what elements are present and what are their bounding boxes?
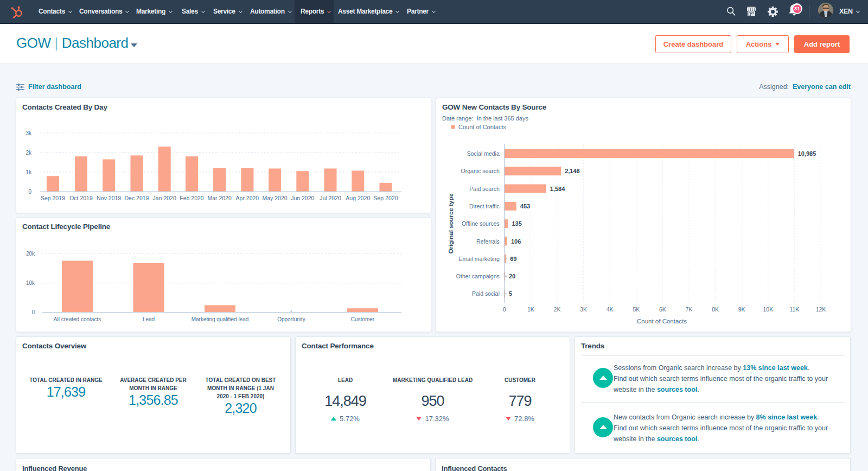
svg-text:Offline sources: Offline sources — [462, 220, 500, 227]
svg-text:2,148: 2,148 — [565, 168, 580, 174]
svg-text:Sep 2019: Sep 2019 — [41, 195, 65, 201]
svg-text:10,985: 10,985 — [798, 150, 816, 157]
svg-text:20k: 20k — [26, 251, 35, 257]
svg-text:Feb 2020: Feb 2020 — [180, 195, 204, 201]
svg-text:Jan 2020: Jan 2020 — [153, 195, 176, 201]
svg-text:Marketing qualified lead: Marketing qualified lead — [192, 316, 249, 322]
svg-text:Customer: Customer — [351, 316, 375, 322]
svg-text:Paid search: Paid search — [469, 186, 500, 192]
svg-text:3k: 3k — [25, 130, 32, 136]
svg-text:20: 20 — [509, 273, 515, 279]
svg-text:4K: 4K — [607, 306, 614, 313]
svg-text:106: 106 — [511, 238, 521, 245]
svg-text:10k: 10k — [26, 280, 35, 286]
svg-text:Mar 2020: Mar 2020 — [207, 195, 232, 201]
svg-text:7K: 7K — [686, 306, 693, 313]
svg-text:10K: 10K — [763, 306, 773, 313]
svg-text:Direct traffic: Direct traffic — [469, 203, 500, 209]
svg-text:6K: 6K — [659, 306, 666, 313]
svg-text:Lead: Lead — [143, 316, 155, 322]
svg-text:Opportunity: Opportunity — [277, 316, 305, 322]
svg-text:Social media: Social media — [467, 150, 500, 157]
svg-text:Jul 2020: Jul 2020 — [320, 195, 341, 201]
svg-text:Nov 2019: Nov 2019 — [97, 195, 121, 201]
svg-text:5K: 5K — [633, 306, 640, 313]
svg-text:0: 0 — [31, 309, 35, 315]
svg-text:3K: 3K — [580, 306, 587, 313]
svg-text:Other campaigns: Other campaigns — [456, 273, 500, 279]
svg-text:0: 0 — [28, 189, 31, 195]
svg-text:5: 5 — [509, 290, 512, 297]
svg-text:11K: 11K — [789, 306, 799, 313]
svg-text:Organic search: Organic search — [461, 168, 500, 174]
svg-text:Original source type: Original source type — [448, 193, 454, 253]
svg-text:Apr 2020: Apr 2020 — [236, 195, 259, 201]
svg-text:9K: 9K — [738, 306, 745, 313]
svg-text:All created contacts: All created contacts — [54, 316, 101, 322]
svg-text:2K: 2K — [554, 306, 561, 313]
svg-text:Paid social: Paid social — [472, 290, 500, 297]
svg-text:0: 0 — [503, 306, 506, 313]
svg-text:Aug 2020: Aug 2020 — [346, 195, 370, 201]
svg-text:Referrals: Referrals — [476, 238, 500, 245]
svg-text:Jun 2020: Jun 2020 — [291, 195, 314, 201]
svg-text:Dec 2019: Dec 2019 — [125, 195, 149, 201]
svg-text:453: 453 — [520, 203, 530, 209]
svg-text:1,584: 1,584 — [550, 186, 565, 192]
svg-text:Email marketing: Email marketing — [459, 256, 500, 262]
svg-text:8K: 8K — [712, 306, 719, 313]
svg-text:135: 135 — [512, 220, 521, 227]
svg-text:Sep 2020: Sep 2020 — [374, 195, 398, 201]
svg-text:1k: 1k — [25, 169, 32, 175]
svg-text:May 2020: May 2020 — [263, 195, 288, 201]
svg-text:1K: 1K — [527, 306, 534, 313]
svg-text:2k: 2k — [25, 150, 32, 156]
svg-text:Count of Contacts: Count of Contacts — [637, 318, 687, 324]
svg-text:Oct 2019: Oct 2019 — [69, 195, 93, 201]
svg-text:69: 69 — [510, 256, 516, 262]
svg-text:12K: 12K — [816, 306, 826, 313]
